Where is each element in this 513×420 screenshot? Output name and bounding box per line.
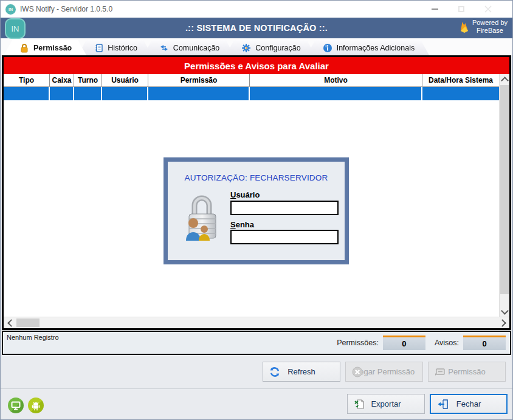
fechar-button-label: Fechar	[456, 399, 481, 408]
window-title: IWS Notify - Servidor 1.0.5.0	[20, 5, 421, 13]
column-header-usuario[interactable]: Usuário	[102, 74, 148, 86]
actions-row-2: Exportar Fechar	[1, 389, 512, 420]
permissoes-label: Permissões:	[337, 339, 379, 347]
usuario-input[interactable]	[230, 201, 339, 215]
scroll-right-button[interactable]	[498, 317, 508, 328]
deny-icon	[352, 367, 363, 377]
maximize-icon	[458, 6, 464, 12]
settings-icon	[241, 43, 251, 53]
scroll-left-button[interactable]	[5, 317, 15, 328]
grid-banner-title: Permissões e Avisos para Avaliar	[4, 57, 509, 74]
vertical-scrollbar[interactable]	[499, 74, 509, 317]
column-header-datahora[interactable]: Data/Hora Sistema	[422, 74, 500, 86]
senha-input[interactable]	[230, 230, 339, 244]
tab-comunicacao[interactable]: Comunicação	[143, 40, 234, 55]
vertical-scroll-thumb[interactable]	[500, 85, 509, 294]
titlebar: IN IWS Notify - Servidor 1.0.5.0	[1, 1, 512, 18]
senha-label: Senha	[230, 220, 254, 229]
refresh-icon	[269, 367, 280, 377]
tab-label: Informações Adicionais	[337, 44, 415, 52]
refresh-button[interactable]: Refresh	[263, 362, 340, 382]
tab-informacoes-adicionais[interactable]: Informações Adicionais	[307, 40, 430, 55]
lock-users-icon	[181, 188, 221, 250]
app-logo-badge: IN	[5, 18, 26, 39]
tab-label: Comunicação	[173, 44, 219, 52]
powered-by: Powered by FireBase	[460, 19, 508, 35]
tab-historico[interactable]: Histórico	[78, 40, 152, 55]
android-icon[interactable]	[28, 398, 44, 413]
app-header: IN .:: SISTEMA DE NOTIFICAÇÃO ::. Powere…	[1, 18, 512, 38]
permission-note-icon	[435, 367, 446, 377]
column-header-tipo[interactable]: Tipo	[4, 74, 50, 86]
history-icon	[94, 43, 103, 53]
info-icon	[323, 43, 332, 53]
minimize-button[interactable]	[421, 1, 448, 17]
firebase-flame-icon	[460, 21, 469, 33]
exportar-button[interactable]: Exportar	[347, 394, 425, 414]
tab-permissao[interactable]: Permissão	[4, 40, 86, 55]
permissoes-counter: 0	[383, 336, 425, 350]
usuario-label: Usuário	[230, 190, 260, 199]
permissao-button[interactable]: Permissão	[428, 362, 506, 382]
tab-configuracao[interactable]: Configuração	[226, 40, 315, 55]
fechar-button[interactable]: Fechar	[430, 394, 508, 414]
scroll-down-button[interactable]	[500, 307, 509, 317]
app-window: IN IWS Notify - Servidor 1.0.5.0 IN .:: …	[0, 0, 513, 420]
avisos-label: Avisos:	[435, 339, 459, 347]
column-header-caixa[interactable]: Caixa	[50, 74, 74, 86]
maximize-button[interactable]	[448, 1, 475, 17]
refresh-button-label: Refresh	[287, 367, 315, 376]
desktop-monitor-icon[interactable]	[8, 398, 24, 413]
minimize-icon	[432, 9, 438, 10]
app-icon: IN	[5, 4, 16, 15]
tab-label: Histórico	[108, 44, 137, 52]
horizontal-scrollbar[interactable]	[4, 317, 509, 328]
actions-row-1: Refresh Negar Permissão Permissão	[1, 355, 512, 389]
chevron-down-icon	[501, 307, 509, 315]
door-exit-icon	[437, 399, 449, 410]
selected-row[interactable]	[4, 87, 500, 100]
negar-permissao-button[interactable]: Negar Permissão	[345, 362, 423, 382]
close-button[interactable]	[475, 1, 501, 17]
avisos-counter: 0	[463, 336, 506, 350]
tab-bar: Permissão Histórico Comunicação Configur…	[1, 38, 512, 55]
permissao-button-label: Permissão	[448, 367, 485, 376]
chevron-right-icon	[498, 319, 506, 327]
authorization-title: AUTORIZAÇÃO: FECHARSERVIDOR	[168, 173, 345, 182]
authorization-dialog: AUTORIZAÇÃO: FECHARSERVIDOR Usuário Se	[164, 157, 349, 264]
exportar-button-label: Exportar	[371, 399, 401, 408]
lock-icon	[19, 43, 29, 53]
excel-export-icon	[354, 399, 365, 410]
status-panel: Nenhum Registro Permissões: 0 Avisos: 0	[2, 331, 511, 355]
column-header-motivo[interactable]: Motivo	[250, 74, 422, 86]
column-header-permissao[interactable]: Permissão	[148, 74, 250, 86]
chevron-left-icon	[7, 319, 15, 327]
scroll-up-button[interactable]	[500, 74, 509, 84]
chevron-up-icon	[501, 77, 509, 84]
tab-label: Configuração	[255, 44, 300, 52]
horizontal-scroll-thumb[interactable]	[16, 318, 40, 327]
grid-header-row: Tipo Caixa Turno Usuário Permissão Motiv…	[4, 74, 500, 87]
tab-label: Permissão	[33, 44, 72, 52]
powered-by-text: Powered by FireBase	[472, 19, 508, 35]
record-count-text: Nenhum Registro	[7, 334, 59, 341]
column-header-turno[interactable]: Turno	[74, 74, 102, 86]
app-title: .:: SISTEMA DE NOTIFICAÇÃO ::.	[185, 23, 328, 33]
close-icon	[484, 5, 492, 13]
communication-icon	[159, 43, 169, 53]
